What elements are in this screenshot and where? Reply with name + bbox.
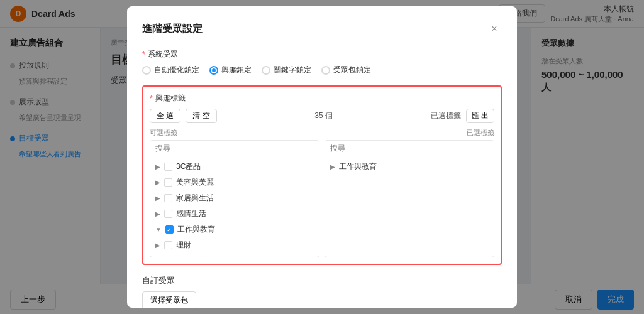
list-item[interactable]: ▼ 工作與教育 — [150, 222, 319, 237]
radio-circle-selected-icon — [209, 66, 218, 75]
interest-columns: ▶ 3C產品 ▶ 美容與美麗 ▶ 家居與生活 — [150, 140, 494, 257]
list-item[interactable]: ▶ 汽車與交通工具 — [150, 253, 319, 257]
count-label: 35 個 — [291, 111, 356, 121]
modal-title: 進階受眾設定 — [142, 23, 203, 36]
all-button[interactable]: 全 選 — [150, 109, 180, 123]
interest-search-input-right[interactable] — [325, 141, 494, 156]
list-item[interactable]: ▶ 家居與生活 — [150, 190, 319, 206]
selected-label: 已選標籤 — [431, 111, 461, 121]
item-label: 感情生活 — [176, 208, 206, 219]
list-item[interactable]: ▶ 理財 — [150, 237, 319, 253]
interest-section-label: * 興趣標籤 — [150, 93, 494, 104]
checkbox-icon[interactable] — [164, 178, 172, 187]
interest-left-panel: ▶ 3C產品 ▶ 美容與美麗 ▶ 家居與生活 — [150, 140, 319, 257]
radio-auto[interactable]: 自動優化鎖定 — [142, 65, 199, 75]
col-header-row: 可選標籤 已選標籤 — [150, 128, 494, 138]
radio-interest[interactable]: 興趣鎖定 — [209, 65, 252, 75]
item-label: 工作與教育 — [177, 224, 215, 235]
required-star: * — [150, 94, 153, 103]
export-button[interactable]: 匯 出 — [466, 109, 494, 123]
required-star: * — [142, 50, 145, 59]
list-item[interactable]: ▶ 感情生活 — [150, 206, 319, 222]
item-label: 美容與美麗 — [176, 177, 214, 188]
checkbox-checked-icon[interactable] — [165, 225, 174, 234]
radio-audience-pack[interactable]: 受眾包鎖定 — [321, 65, 371, 75]
item-label: 理財 — [176, 240, 191, 251]
interest-header: 全 選 清 空 35 個 已選標籤 匯 出 — [150, 109, 494, 123]
checkbox-icon[interactable] — [164, 194, 172, 202]
arrow-icon: ▶ — [155, 195, 160, 202]
interest-list-left: ▶ 3C產品 ▶ 美容與美麗 ▶ 家居與生活 — [150, 156, 319, 257]
item-label: 3C產品 — [176, 161, 201, 172]
clear-button[interactable]: 清 空 — [186, 109, 216, 123]
arrow-icon: ▶ — [155, 210, 160, 217]
modal-header: 進階受眾設定 × — [142, 21, 502, 36]
interest-search-input-left[interactable] — [150, 141, 319, 156]
radio-label: 受眾包鎖定 — [333, 65, 371, 75]
right-item-label: 工作與教育 — [339, 161, 377, 172]
radio-keyword[interactable]: 關鍵字鎖定 — [262, 65, 311, 75]
list-item[interactable]: ▶ 3C產品 — [150, 159, 319, 175]
item-label: 汽車與交通工具 — [176, 256, 229, 257]
system-audience-label: * 系統受眾 — [142, 49, 502, 60]
arrow-expanded-icon: ▼ — [155, 226, 162, 233]
right-list-item: ▶ 工作與教育 — [330, 159, 489, 175]
radio-label: 關鍵字鎖定 — [274, 65, 311, 75]
interest-list-right: ▶ 工作與教育 — [325, 156, 494, 177]
checkbox-icon[interactable] — [164, 210, 172, 218]
system-audience-section: * 系統受眾 自動優化鎖定 興趣鎖定 關鍵字鎖定 受眾包鎖定 — [142, 49, 502, 75]
radio-group: 自動優化鎖定 興趣鎖定 關鍵字鎖定 受眾包鎖定 — [142, 65, 502, 75]
interest-right-panel: ▶ 工作與教育 — [325, 140, 494, 257]
col-header-selected: 已選標籤 — [467, 128, 494, 138]
arrow-icon: ▶ — [155, 242, 160, 249]
arrow-icon: ▶ — [330, 163, 335, 170]
modal-dialog: 進階受眾設定 × * 系統受眾 自動優化鎖定 興趣鎖定 關鍵字鎖定 — [127, 6, 517, 308]
custom-audience-title: 自訂受眾 — [142, 275, 502, 286]
radio-label: 自動優化鎖定 — [154, 65, 199, 75]
checkbox-icon[interactable] — [164, 241, 172, 249]
select-audience-button[interactable]: 選擇受眾包 — [142, 291, 196, 308]
arrow-icon: ▶ — [155, 163, 160, 170]
radio-label: 興趣鎖定 — [221, 65, 252, 75]
list-item[interactable]: ▶ 美容與美麗 — [150, 175, 319, 190]
modal-close-button[interactable]: × — [487, 21, 502, 36]
arrow-icon: ▶ — [155, 179, 160, 186]
radio-circle-icon — [262, 66, 270, 75]
checkbox-icon[interactable] — [164, 163, 172, 171]
interest-section: * 興趣標籤 全 選 清 空 35 個 已選標籤 匯 出 可選標籤 已選標籤 — [142, 85, 502, 265]
radio-circle-icon — [142, 66, 151, 75]
radio-circle-icon — [321, 66, 330, 75]
col-header-available: 可選標籤 — [150, 128, 462, 138]
item-label: 家居與生活 — [176, 193, 214, 203]
custom-audience-section: 自訂受眾 選擇受眾包 如欲新增受眾包可至 資產庫 > 受眾包 進行設定 新增 — [142, 275, 502, 308]
modal-overlay: 進階受眾設定 × * 系統受眾 自動優化鎖定 興趣鎖定 關鍵字鎖定 — [0, 0, 644, 314]
